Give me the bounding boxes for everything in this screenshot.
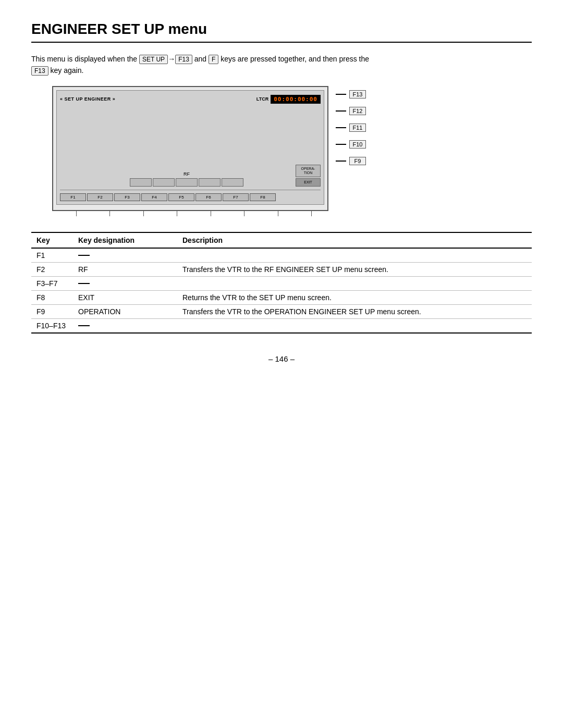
fkey-f13: F13 — [336, 86, 366, 103]
screen-f3: F3 — [114, 193, 140, 201]
fkey-dash-f10 — [336, 144, 346, 145]
screen-blank1 — [153, 178, 175, 187]
screen-f5: F5 — [168, 193, 194, 201]
row-desc-f2: Transfers the VTR to the RF ENGINEER SET… — [177, 262, 532, 276]
screen-outer: « SET UP ENGINEER » LTCR 00:00:00:00 RF — [52, 86, 328, 211]
row-key-f10f13: F10–F13 — [31, 318, 73, 333]
col-header-desc: Description — [177, 232, 532, 248]
table-row: F10–F13 — [31, 318, 532, 333]
f13-key-intro2: F13 — [31, 66, 48, 76]
row-key-f9: F9 — [31, 304, 73, 318]
fkey-label-f11: F11 — [349, 124, 366, 132]
rf-screen-label: RF — [183, 171, 190, 177]
row-key-f3f7: F3–F7 — [31, 276, 73, 290]
screen-blank3 — [199, 178, 221, 187]
screen-blank4 — [222, 178, 243, 187]
table-header: Key Key designation Description — [31, 232, 532, 248]
row-key-f2: F2 — [31, 262, 73, 276]
row-des-f1 — [73, 248, 177, 263]
table-row: F8 EXIT Returns the VTR to the SET UP me… — [31, 290, 532, 304]
page-number: – 146 – — [31, 354, 532, 363]
screen-f2: F2 — [87, 193, 113, 201]
fkey-label-f10: F10 — [349, 140, 366, 149]
fkey-label-f9: F9 — [349, 157, 366, 165]
key-table: Key Key designation Description F1 F2 RF… — [31, 232, 532, 334]
screen-blank2 — [176, 178, 198, 187]
screen-f8: F8 — [250, 193, 276, 201]
row-des-f8: EXIT — [73, 290, 177, 304]
col-header-keydes: Key designation — [73, 232, 177, 248]
row-key-f1: F1 — [31, 248, 73, 263]
screen-f1: F1 — [60, 193, 86, 201]
row-desc-f8: Returns the VTR to the SET UP menu scree… — [177, 290, 532, 304]
table-row: F9 OPERATION Transfers the VTR to the OP… — [31, 304, 532, 318]
screen-f4: F4 — [141, 193, 167, 201]
table-row: F2 RF Transfers the VTR to the RF ENGINE… — [31, 262, 532, 276]
fkey-f12: F12 — [336, 103, 366, 119]
screen-rf-area — [130, 178, 152, 187]
intro-text-before: This menu is displayed when the — [31, 55, 137, 63]
table-row: F3–F7 — [31, 276, 532, 290]
em-dash-f10f13 — [78, 325, 90, 326]
page-title: ENGINEER SET UP menu — [31, 21, 532, 43]
screen-inner: « SET UP ENGINEER » LTCR 00:00:00:00 RF — [56, 90, 324, 205]
intro-text-end: key again. — [51, 66, 84, 75]
time-display: 00:00:00:00 — [271, 95, 321, 104]
screen-operation-btn: OPERA-TION — [296, 165, 321, 177]
row-des-f2: RF — [73, 262, 177, 276]
setup-key: SET UP — [139, 55, 168, 64]
screen-diagram-container: « SET UP ENGINEER » LTCR 00:00:00:00 RF — [52, 86, 532, 216]
row-des-f9: OPERATION — [73, 304, 177, 318]
row-desc-f9: Transfers the VTR to the OPERATION ENGIN… — [177, 304, 532, 318]
em-dash-f1 — [78, 255, 90, 256]
screen-wrapper: « SET UP ENGINEER » LTCR 00:00:00:00 RF — [52, 86, 328, 216]
ltcr-label: LTCR — [256, 96, 268, 102]
fkey-sidebar: F13 F12 F11 F10 F9 — [336, 86, 366, 169]
fkey-dash-f13 — [336, 94, 346, 95]
fkey-dash-f11 — [336, 127, 346, 128]
table-header-row: Key Key designation Description — [31, 232, 532, 248]
fkey-f9: F9 — [336, 153, 366, 169]
intro-text-after: keys are pressed together, and then pres… — [221, 55, 369, 63]
fkey-dash-f12 — [336, 110, 346, 112]
f13-key-intro1: F13 — [175, 55, 192, 64]
col-header-key: Key — [31, 232, 73, 248]
em-dash-f3f7 — [78, 283, 90, 284]
row-desc-f1 — [177, 248, 532, 263]
screen-f7: F7 — [223, 193, 249, 201]
row-desc-f3f7 — [177, 276, 532, 290]
table-body: F1 F2 RF Transfers the VTR to the RF ENG… — [31, 248, 532, 333]
screen-header: « SET UP ENGINEER » LTCR 00:00:00:00 — [60, 95, 321, 104]
fkey-label-f13: F13 — [349, 90, 366, 98]
f-key-intro: F — [209, 55, 218, 64]
row-des-f10f13 — [73, 318, 177, 333]
fkey-label-f12: F12 — [349, 107, 366, 115]
screen-exit-btn: EXIT — [296, 178, 321, 187]
row-desc-f10f13 — [177, 318, 532, 333]
screen-f-buttons-bottom: F1 F2 F3 F4 F5 F6 F7 F8 — [60, 193, 321, 201]
fkey-f11: F11 — [336, 119, 366, 136]
ltcr-display: LTCR 00:00:00:00 — [256, 95, 321, 104]
fkey-f10: F10 — [336, 136, 366, 153]
row-key-f8: F8 — [31, 290, 73, 304]
screen-title-label: « SET UP ENGINEER » — [60, 96, 115, 102]
intro-paragraph: This menu is displayed when the SET UP→F… — [31, 53, 532, 77]
screen-body: RF OPERA-TION EXIT — [60, 106, 321, 201]
table-row: F1 — [31, 248, 532, 263]
fkey-dash-f9 — [336, 161, 346, 162]
row-des-f3f7 — [73, 276, 177, 290]
intro-and: and — [194, 55, 209, 63]
screen-f6: F6 — [195, 193, 222, 201]
